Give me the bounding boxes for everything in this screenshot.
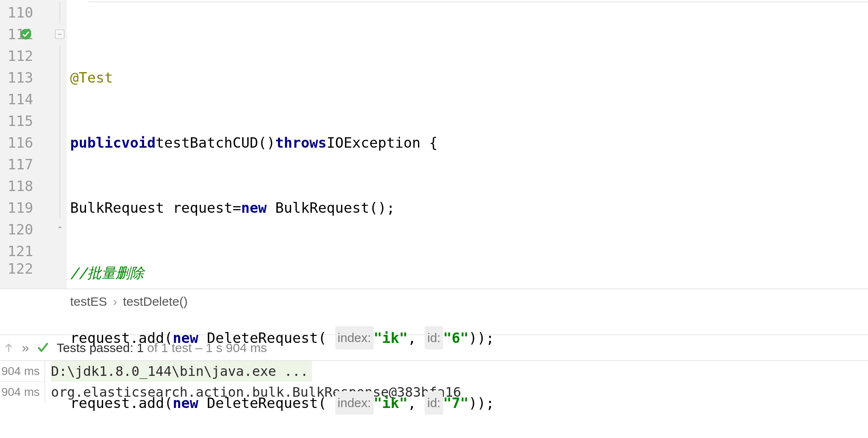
gutter-row[interactable]: 110 [0, 2, 67, 23]
string-literal: "ik" [374, 392, 408, 414]
string-literal: "7" [443, 392, 468, 414]
gutter-row[interactable]: 120 ⌃ [0, 219, 67, 240]
gutter-row[interactable]: 119 [0, 197, 67, 219]
code-line[interactable]: //批量删除 [70, 262, 868, 284]
line-number: 121 [8, 243, 37, 259]
line-number: 115 [8, 113, 37, 129]
fold-guide [60, 154, 60, 175]
code-line[interactable]: public void testBatchCUD() throws IOExce… [70, 132, 868, 154]
code-text: BulkRequest(); [267, 197, 395, 219]
line-number: 112 [8, 48, 37, 64]
keyword-new: new [173, 327, 198, 349]
gutter-row[interactable]: 115 [0, 110, 67, 132]
method-name: testBatchCUD() [156, 132, 276, 154]
fold-guide [60, 175, 60, 197]
gutter-row[interactable]: 111 − [0, 23, 67, 45]
gutter: 110 111 − 112 113 114 115 116 [0, 0, 67, 289]
gutter-row[interactable]: 112 [0, 45, 67, 67]
code-text: request.add( [70, 327, 173, 349]
line-number: 120 [8, 221, 37, 238]
code-line[interactable]: request.add(new DeleteRequest( index: "i… [70, 327, 868, 349]
line-number: 114 [8, 91, 37, 108]
tests-passed-icon [37, 342, 49, 354]
line-number: 110 [8, 4, 37, 21]
keyword-new: new [241, 197, 266, 219]
gutter-row[interactable]: 121 [0, 240, 67, 262]
gutter-row[interactable]: 117 [0, 154, 67, 175]
comment: //批量删除 [70, 262, 144, 284]
fold-minus-icon[interactable]: − [55, 30, 64, 39]
code-text: , [408, 392, 425, 414]
gutter-row[interactable]: 122 [0, 262, 67, 275]
param-hint-index: index: [335, 326, 374, 350]
fold-guide [60, 132, 60, 154]
param-hint-id: id: [425, 326, 443, 350]
history-up-icon[interactable] [3, 342, 14, 353]
param-hint-id: id: [425, 391, 443, 415]
line-number: 119 [8, 199, 37, 216]
editor-area: 110 111 − 112 113 114 115 116 [0, 0, 868, 289]
expand-icon[interactable]: » [22, 340, 29, 355]
throws-type: IOException { [326, 132, 438, 154]
line-number: 113 [8, 69, 37, 86]
code-text: request.add( [70, 392, 173, 414]
param-hint-index: index: [335, 391, 374, 415]
method-separator [88, 2, 868, 2]
code-text: )); [469, 392, 494, 414]
line-number: 122 [8, 262, 37, 275]
fold-guide [60, 110, 60, 132]
gutter-row[interactable]: 113 [0, 67, 67, 88]
run-test-icon[interactable] [20, 28, 32, 40]
keyword-new: new [173, 392, 198, 414]
test-time[interactable]: 904 ms [0, 361, 45, 382]
fold-guide [60, 197, 60, 219]
gutter-row[interactable]: 118 [0, 175, 67, 197]
code-line[interactable]: BulkRequest request=new BulkRequest(); [70, 197, 868, 219]
code-text: )); [469, 327, 494, 349]
keyword-throws: throws [275, 132, 326, 154]
line-number: 117 [8, 156, 37, 173]
gutter-row[interactable]: 116 [0, 132, 67, 154]
code-line[interactable]: request.add(new DeleteRequest( index: "i… [70, 392, 868, 414]
fold-guide [60, 45, 60, 67]
test-time-column: 904 ms 904 ms [0, 361, 45, 403]
keyword-void: void [121, 132, 156, 154]
code-area[interactable]: @Test public void testBatchCUD() throws … [67, 0, 868, 289]
code-text: BulkRequest request= [70, 197, 241, 219]
fold-end-icon[interactable]: ⌃ [55, 225, 64, 234]
fold-guide [60, 2, 60, 23]
code-text: , [408, 327, 425, 349]
code-text: DeleteRequest( [198, 327, 335, 349]
gutter-row[interactable]: 114 [0, 88, 67, 110]
test-time[interactable]: 904 ms [0, 382, 45, 403]
fold-guide [60, 88, 60, 110]
string-literal: "6" [443, 327, 468, 349]
string-literal: "ik" [374, 327, 408, 349]
line-number: 118 [8, 178, 37, 194]
annotation: @Test [70, 67, 113, 88]
code-line[interactable]: @Test [70, 67, 868, 88]
code-text: DeleteRequest( [198, 392, 335, 414]
fold-guide [60, 67, 60, 88]
keyword-public: public [70, 132, 121, 154]
line-number: 116 [8, 134, 37, 151]
